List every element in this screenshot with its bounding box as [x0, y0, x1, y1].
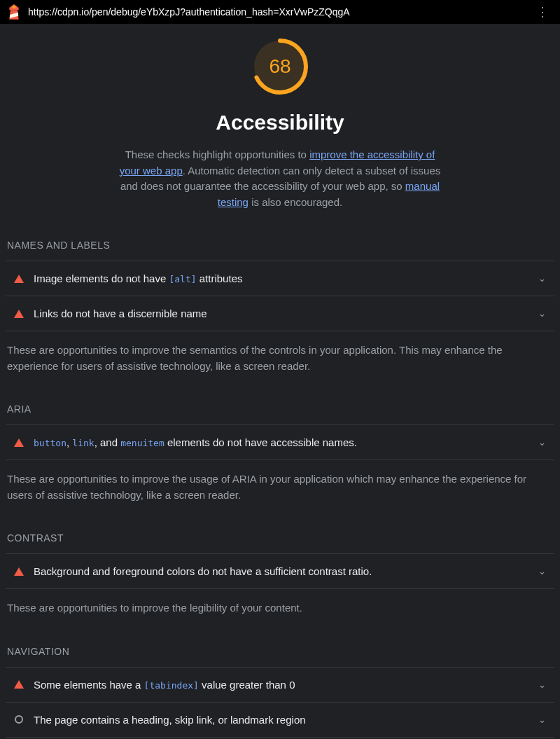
topbar: https://cdpn.io/pen/debug/eYbXzpJ?authen…	[0, 0, 560, 24]
audit-title: Links do not have a discernible name	[34, 308, 528, 319]
chevron-down-icon: ⌄	[538, 679, 546, 690]
chevron-down-icon: ⌄	[538, 714, 546, 725]
audit-contrast[interactable]: Background and foreground colors do not …	[6, 553, 554, 589]
section-aria: ARIA button, link, and menuitem elements…	[6, 403, 554, 503]
score-gauge: 68	[251, 38, 309, 95]
more-menu-icon[interactable]: ⋮	[532, 6, 553, 18]
section-header: NAMES AND LABELS	[6, 240, 554, 251]
chevron-down-icon: ⌄	[538, 308, 546, 319]
section-description: These are opportunities to improve the l…	[6, 600, 554, 616]
audit-aria-names[interactable]: button, link, and menuitem elements do n…	[6, 424, 554, 460]
circle-icon	[14, 714, 24, 724]
section-navigation: NAVIGATION Some elements have a [tabinde…	[6, 646, 554, 738]
warning-icon	[14, 438, 24, 448]
section-header: ARIA	[6, 403, 554, 415]
section-names-labels: NAMES AND LABELS Image elements do not h…	[6, 240, 554, 374]
audit-title: The page contains a heading, skip link, …	[34, 714, 528, 726]
audit-tabindex[interactable]: Some elements have a [tabindex] value gr…	[6, 667, 554, 702]
report-content: 68 Accessibility These checks highlight …	[0, 24, 560, 739]
page-title: Accessibility	[216, 111, 344, 134]
score-value: 68	[251, 38, 309, 95]
warning-icon	[14, 274, 24, 284]
audit-title: Some elements have a [tabindex] value gr…	[34, 679, 528, 691]
section-contrast: CONTRAST Background and foreground color…	[6, 532, 554, 616]
report-description: These checks highlight opportunities to …	[115, 147, 444, 210]
chevron-down-icon: ⌄	[538, 273, 546, 284]
audit-title: button, link, and menuitem elements do n…	[34, 436, 528, 448]
section-header: NAVIGATION	[6, 646, 554, 657]
audit-image-alt[interactable]: Image elements do not have [alt] attribu…	[6, 261, 554, 296]
warning-icon	[14, 679, 24, 689]
chevron-down-icon: ⌄	[538, 566, 546, 576]
warning-icon	[14, 567, 24, 576]
audit-title: Background and foreground colors do not …	[34, 565, 528, 577]
svg-rect-1	[12, 6, 15, 8]
warning-icon	[14, 309, 24, 319]
section-description: These are opportunities to improve the u…	[6, 471, 554, 503]
lighthouse-logo-icon	[7, 4, 21, 20]
score-gauge-section: 68 Accessibility These checks highlight …	[6, 38, 554, 210]
url-bar[interactable]: https://cdpn.io/pen/debug/eYbXzpJ?authen…	[28, 6, 525, 18]
audit-link-name[interactable]: Links do not have a discernible name ⌄	[6, 296, 554, 331]
chevron-down-icon: ⌄	[538, 437, 546, 448]
section-description: These are opportunities to improve the s…	[6, 343, 554, 374]
audit-landmark[interactable]: The page contains a heading, skip link, …	[6, 702, 554, 738]
section-header: CONTRAST	[6, 532, 554, 544]
audit-title: Image elements do not have [alt] attribu…	[34, 272, 528, 284]
